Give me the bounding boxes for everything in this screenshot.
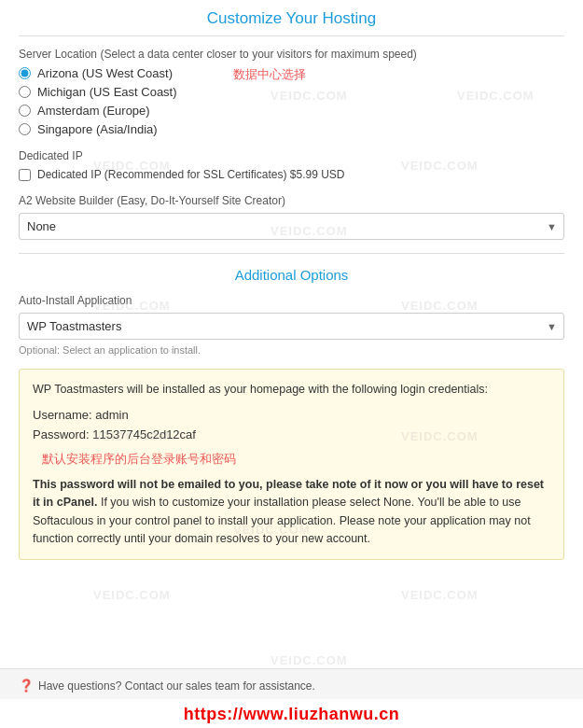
website-builder-section: A2 Website Builder (Easy, Do-It-Yourself…: [19, 194, 564, 240]
bottom-bar-text: Have questions? Contact our sales team f…: [38, 679, 315, 693]
radio-michigan-label: Michigan (US East Coast): [37, 85, 177, 99]
password-label: Password:: [33, 427, 90, 441]
warning-rest: If you wish to customize your installati…: [33, 496, 531, 545]
dedicated-ip-section: Dedicated IP Dedicated IP (Recommended f…: [19, 149, 564, 181]
password-value: 11537745c2d12caf: [92, 427, 196, 441]
question-icon: ❓: [19, 679, 34, 693]
radio-amsterdam-input[interactable]: [19, 105, 31, 117]
website-builder-select-wrapper: None Starter Plus Pro ▼: [19, 213, 564, 240]
server-location-label: Server Location (Select a data center cl…: [19, 48, 564, 61]
overlay-url: https://www.liuzhanwu.cn: [0, 699, 583, 728]
credentials-chinese-label: 默认安装程序的后台登录账号和密码: [42, 450, 550, 469]
info-box-warning: This password will not be emailed to you…: [33, 476, 550, 549]
radio-michigan[interactable]: Michigan (US East Coast): [19, 85, 564, 99]
auto-install-label: Auto-Install Application: [19, 294, 564, 307]
page-container: Customize Your Hosting Server Location (…: [0, 0, 583, 560]
website-builder-select[interactable]: None Starter Plus Pro: [19, 213, 564, 240]
radio-amsterdam-label: Amsterdam (Europe): [37, 104, 150, 118]
page-title: Customize Your Hosting: [19, 9, 564, 36]
username-value: admin: [95, 408, 128, 422]
password-line: Password: 11537745c2d12caf: [33, 426, 550, 444]
radio-michigan-input[interactable]: [19, 86, 31, 98]
watermark-13: VEIDC.COM: [271, 653, 348, 667]
dedicated-ip-row[interactable]: Dedicated IP (Recommended for SSL Certif…: [19, 168, 564, 181]
auto-install-select-wrapper: None WP Toastmasters WordPress Joomla Dr…: [19, 313, 564, 340]
additional-options-title: Additional Options: [19, 267, 564, 283]
dedicated-ip-label: Dedicated IP: [19, 149, 564, 162]
datacenter-chinese-label: 数据中心选择: [233, 66, 306, 83]
info-box-intro: WP Toastmasters will be installed as you…: [33, 381, 550, 399]
radio-singapore-input[interactable]: [19, 123, 31, 135]
section-divider: [19, 253, 564, 254]
dedicated-ip-checkbox-label: Dedicated IP (Recommended for SSL Certif…: [37, 168, 344, 181]
radio-singapore[interactable]: Singapore (Asia/India): [19, 122, 564, 136]
radio-singapore-label: Singapore (Asia/India): [37, 122, 158, 136]
auto-install-hint: Optional: Select an application to insta…: [19, 344, 564, 356]
radio-arizona-label: Arizona (US West Coast): [37, 66, 173, 80]
username-label: Username:: [33, 408, 92, 422]
radio-arizona-input[interactable]: [19, 67, 31, 79]
server-location-section: Server Location (Select a data center cl…: [19, 48, 564, 136]
website-builder-label: A2 Website Builder (Easy, Do-It-Yourself…: [19, 194, 564, 207]
info-box: WP Toastmasters will be installed as you…: [19, 369, 564, 560]
credentials-block: Username: admin Password: 11537745c2d12c…: [33, 406, 550, 443]
watermark-11: VEIDC.COM: [93, 588, 171, 602]
watermark-12: VEIDC.COM: [401, 588, 479, 602]
dedicated-ip-checkbox[interactable]: [19, 169, 31, 181]
bottom-bar: ❓ Have questions? Contact our sales team…: [0, 668, 583, 702]
username-line: Username: admin: [33, 406, 550, 425]
auto-install-section: Auto-Install Application None WP Toastma…: [19, 294, 564, 356]
radio-amsterdam[interactable]: Amsterdam (Europe): [19, 104, 564, 118]
auto-install-select[interactable]: None WP Toastmasters WordPress Joomla Dr…: [19, 313, 564, 340]
